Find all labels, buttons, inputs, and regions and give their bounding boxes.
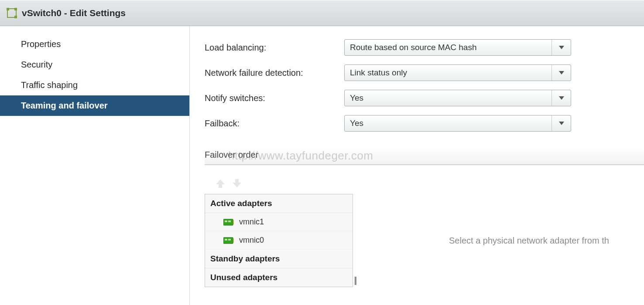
chevron-down-icon [552, 40, 571, 55]
svg-rect-11 [225, 220, 227, 222]
chevron-down-icon [552, 90, 571, 106]
svg-rect-13 [233, 220, 234, 224]
failover-order-title: Failover order [205, 147, 644, 165]
label-load-balancing: Load balancing: [205, 43, 344, 53]
sidebar-item-security[interactable]: Security [0, 54, 189, 75]
dropdown-value-load-balancing: Route based on source MAC hash [345, 40, 552, 55]
group-standby-adapters: Standby adapters [205, 250, 353, 268]
label-failback: Failback: [205, 119, 344, 129]
svg-rect-2 [14, 16, 17, 18]
chevron-down-icon [552, 115, 571, 131]
dropdown-failure-detection[interactable]: Link status only [344, 64, 571, 81]
svg-marker-4 [559, 46, 564, 49]
adapter-name: vmnic0 [239, 236, 264, 245]
label-failure-detection: Network failure detection: [205, 68, 344, 78]
svg-rect-17 [233, 238, 234, 243]
titlebar: vSwitch0 - Edit Settings [0, 0, 644, 26]
adapter-list: Active adapters vmnic1 vmnic0 Standby [205, 194, 353, 287]
nic-icon [223, 237, 234, 244]
dropdown-value-failure-detection: Link status only [345, 65, 552, 81]
dropdown-value-failback: Yes [345, 115, 552, 131]
svg-rect-12 [228, 220, 231, 222]
sidebar-item-traffic-shaping[interactable]: Traffic shaping [0, 75, 189, 95]
label-notify-switches: Notify switches: [205, 93, 344, 103]
group-unused-adapters: Unused adapters [205, 268, 353, 287]
svg-rect-1 [7, 8, 9, 10]
dropdown-failback[interactable]: Yes [344, 115, 571, 132]
adapter-hint-text: Select a physical network adapter from t… [357, 194, 644, 287]
svg-marker-6 [559, 96, 564, 100]
svg-marker-7 [559, 122, 564, 125]
move-down-button[interactable] [231, 177, 243, 190]
adapter-row[interactable]: vmnic1 [205, 213, 353, 231]
svg-rect-15 [225, 239, 227, 241]
resize-handle[interactable]: ||| [353, 194, 357, 287]
window-title: vSwitch0 - Edit Settings [22, 8, 126, 18]
svg-rect-3 [14, 8, 17, 10]
main-panel: Load balancing: Route based on source MA… [190, 26, 644, 305]
sidebar: Properties Security Traffic shaping Team… [0, 26, 190, 305]
nic-icon [223, 218, 234, 226]
settings-grid: Load balancing: Route based on source MA… [205, 39, 644, 132]
adapter-move-controls [214, 177, 644, 190]
dropdown-notify-switches[interactable]: Yes [344, 90, 571, 106]
svg-marker-9 [233, 179, 241, 187]
adapter-name: vmnic1 [239, 217, 264, 227]
adapter-panel: Active adapters vmnic1 vmnic0 Standby [205, 194, 644, 287]
content-area: Properties Security Traffic shaping Team… [0, 26, 644, 305]
move-up-button[interactable] [214, 177, 226, 190]
failover-order-section: Failover order Active adapters vmni [205, 147, 644, 287]
group-active-adapters: Active adapters [205, 194, 353, 213]
sidebar-item-properties[interactable]: Properties [0, 34, 189, 54]
adapter-row[interactable]: vmnic0 [205, 231, 353, 250]
chevron-down-icon [552, 65, 571, 81]
svg-rect-16 [228, 239, 231, 241]
svg-marker-8 [216, 180, 225, 188]
dropdown-value-notify-switches: Yes [345, 90, 552, 106]
svg-marker-5 [559, 71, 564, 75]
sidebar-item-teaming-failover[interactable]: Teaming and failover [0, 95, 189, 116]
dropdown-load-balancing[interactable]: Route based on source MAC hash [344, 39, 571, 56]
vswitch-icon [6, 7, 17, 19]
